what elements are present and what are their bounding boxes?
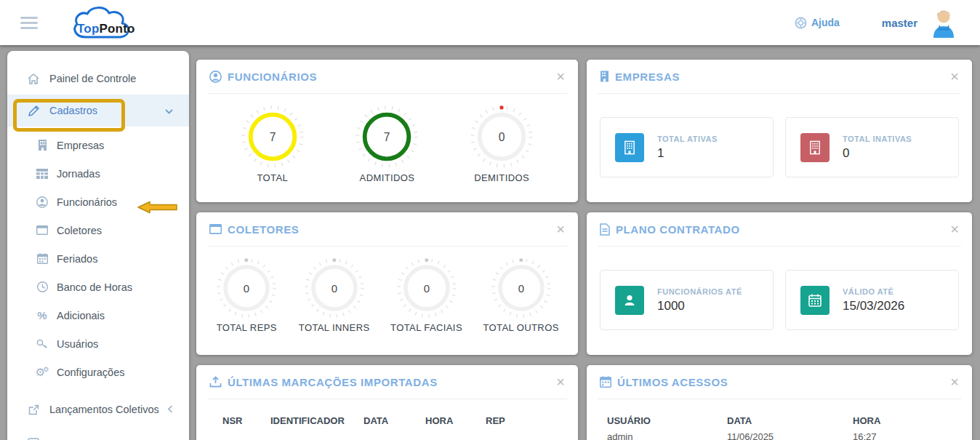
gauge-total-reps: 0 TOTAL REPS — [215, 257, 278, 333]
help-link[interactable]: Ajuda — [795, 17, 840, 29]
sidebar-item-feriados[interactable]: Feriados — [7, 244, 189, 273]
sidebar-item-jornadas[interactable]: Jornadas — [7, 159, 189, 188]
table-header-row: NSR IDENTIFICADOR DATA HORA REP — [196, 415, 578, 426]
close-icon[interactable]: × — [950, 69, 959, 84]
sidebar-nav: Painel de Controle Cadastros Empresas Jo… — [7, 51, 189, 440]
widget-plano-contratado: PLANO CONTRATADO × FUNCIONÁRIOS ATÉ 1000… — [587, 212, 972, 355]
gauge-total-outros: 0 TOTAL OUTROS — [483, 257, 558, 333]
building-icon — [800, 133, 830, 162]
sidebar-item-label: Coletores — [57, 225, 102, 236]
card-total-inativas: TOTAL INATIVAS 0 — [785, 117, 959, 177]
widget-ultimas-marcacoes: ÚLTIMAS MARCAÇÕES IMPORTADAS × NSR IDENT… — [196, 365, 578, 440]
app-logo: TopPonto — [67, 2, 161, 43]
help-label: Ajuda — [811, 17, 840, 28]
sidebar-item-painel-de-controle[interactable]: Painel de Controle — [7, 63, 189, 95]
marcacoes-table: NSR IDENTIFICADOR DATA HORA REP — [196, 399, 578, 426]
sidebar-item-banco-de-horas[interactable]: Banco de Horas — [7, 273, 189, 301]
upload-icon — [209, 376, 222, 388]
table-header-row: USUÁRIO DATA HORA — [587, 415, 972, 426]
pencil-icon — [26, 105, 41, 117]
close-icon[interactable]: × — [556, 69, 565, 84]
table-icon — [35, 169, 49, 179]
gauge-admitidos: 7 ADMITIDOS — [354, 104, 419, 183]
sidebar-item-label: Empresas — [57, 140, 104, 151]
building-icon — [615, 133, 644, 162]
svg-text:7: 7 — [384, 131, 390, 143]
user-menu[interactable]: master — [882, 17, 917, 29]
widget-funcionarios: FUNCIONÁRIOS × 7 TOTAL 7 ADMITIDOS — [196, 60, 578, 202]
sidebar-item-lancamentos-coletivos[interactable]: Lançamentos Coletivos — [7, 393, 189, 425]
svg-text:0: 0 — [332, 282, 337, 295]
sidebar-item-label: Painel de Controle — [49, 73, 136, 84]
building-icon — [35, 140, 49, 151]
svg-text:7: 7 — [269, 131, 276, 143]
sidebar-item-label: Cadastros — [49, 105, 97, 116]
gauge-demitidos: 0 DEMITIDOS — [469, 104, 534, 183]
close-icon[interactable]: × — [950, 222, 959, 236]
sidebar-item-coletores[interactable]: Coletores — [7, 216, 189, 244]
funcionarios-ate-value: 1000 — [657, 299, 742, 313]
valido-ate-value: 15/03/2026 — [843, 299, 904, 313]
percent-icon: % — [35, 309, 49, 321]
close-icon[interactable]: × — [556, 222, 565, 236]
user-avatar[interactable] — [929, 7, 958, 38]
user-circle-icon — [35, 196, 49, 208]
gauge-total-inners: 0 TOTAL INNERS — [299, 257, 370, 333]
card-total-ativas: TOTAL ATIVAS 1 — [600, 117, 774, 177]
acessos-table: USUÁRIO DATA HORA admin 11/06/2025 16:27 — [587, 399, 972, 440]
home-icon — [26, 73, 41, 85]
hamburger-menu-icon[interactable] — [20, 14, 38, 32]
building-icon — [600, 71, 609, 82]
sidebar-item-adicionais[interactable]: % Adicionais — [7, 301, 189, 329]
life-ring-icon — [795, 17, 807, 29]
card-valido-ate: VÁLIDO ATÉ 15/03/2026 — [785, 270, 959, 330]
sidebar-item-label: Funcionários — [57, 196, 117, 208]
svg-text:0: 0 — [244, 282, 249, 295]
chevron-left-icon — [168, 404, 173, 415]
widget-title: EMPRESAS — [615, 71, 680, 83]
table-row: admin 11/06/2025 16:27 — [587, 431, 972, 440]
calendar-icon — [800, 286, 830, 315]
sidebar-item-label: Feriados — [57, 253, 97, 265]
user-circle-icon — [209, 71, 222, 83]
svg-text:0: 0 — [499, 131, 505, 143]
logo-wordmark: TopPonto — [77, 22, 135, 36]
window-icon — [35, 225, 49, 235]
widget-coletores: COLETORES × 0 TOTAL REPS 0 TOTAL INNERS — [196, 212, 578, 355]
widget-title: ÚLTIMOS ACESSOS — [617, 376, 728, 388]
sidebar-item-label: Lançamentos Coletivos — [49, 404, 159, 415]
sidebar-item-label: Banco de Horas — [57, 281, 132, 293]
close-icon[interactable]: × — [950, 375, 959, 389]
document-icon — [600, 223, 610, 236]
sidebar-item-funcionarios[interactable]: Funcionários — [7, 188, 189, 216]
key-icon — [35, 339, 49, 349]
close-icon[interactable]: × — [556, 375, 565, 389]
widget-title: PLANO CONTRATADO — [616, 223, 740, 236]
window-icon — [209, 224, 222, 234]
gauge-total: 7 TOTAL — [240, 104, 305, 183]
widget-empresas: EMPRESAS × TOTAL ATIVAS 1 TOTAL INATIVAS… — [587, 60, 972, 202]
svg-text:0: 0 — [518, 282, 523, 295]
sidebar-item-label: Configurações — [57, 367, 125, 378]
clock-icon — [35, 281, 49, 292]
gauge-total-faciais: 0 TOTAL FACIAIS — [390, 257, 462, 333]
total-inativas-value: 0 — [843, 146, 912, 161]
sidebar-item-empresas[interactable]: Empresas — [7, 131, 189, 159]
gears-icon: ⚙⚙ — [35, 367, 49, 377]
sidebar-item-usuarios[interactable]: Usuários — [7, 329, 189, 358]
external-link-icon — [26, 404, 41, 416]
sidebar-item-cadastros[interactable]: Cadastros — [7, 95, 189, 127]
chevron-down-icon — [165, 105, 173, 116]
widget-title: FUNCIONÁRIOS — [228, 71, 317, 83]
sidebar-item-partial[interactable] — [7, 425, 189, 440]
card-funcionarios-ate: FUNCIONÁRIOS ATÉ 1000 — [600, 270, 774, 330]
widget-title: COLETORES — [228, 223, 299, 236]
sidebar-item-label: Adicionais — [57, 310, 105, 321]
widget-title: ÚLTIMAS MARCAÇÕES IMPORTADAS — [228, 376, 438, 388]
calendar-icon — [600, 376, 611, 388]
calendar-icon — [35, 253, 49, 264]
person-icon — [615, 286, 644, 315]
sidebar-item-configuracoes[interactable]: ⚙⚙ Configurações — [7, 358, 189, 386]
svg-text:0: 0 — [423, 282, 429, 295]
widget-ultimos-acessos: ÚLTIMOS ACESSOS × USUÁRIO DATA HORA admi… — [587, 365, 972, 440]
